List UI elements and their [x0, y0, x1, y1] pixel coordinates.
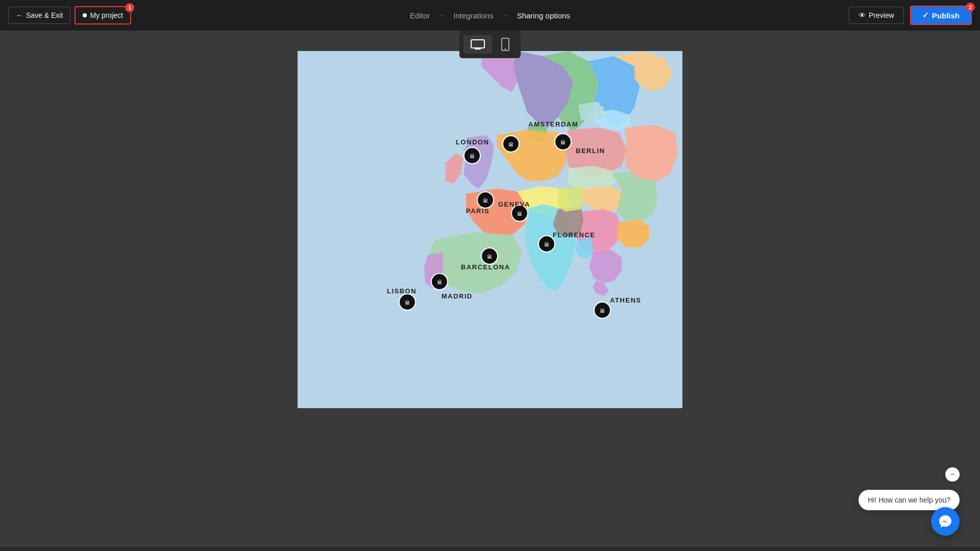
publish-badge: 2	[966, 3, 975, 12]
lisbon-label: LISBON	[387, 287, 416, 295]
save-exit-label: Save & Exit	[26, 11, 63, 19]
topbar: ← Save & Exit My project 1 Editor → Inte…	[0, 0, 980, 31]
nav-step-editor[interactable]: Editor	[404, 0, 436, 31]
arrow-left-icon: ←	[16, 11, 23, 19]
florence-label: FLORENCE	[553, 231, 596, 239]
svg-text:🏛: 🏛	[483, 198, 488, 204]
mobile-icon	[501, 38, 509, 51]
desktop-icon	[471, 39, 485, 49]
barcelona-label: BARCELONA	[461, 263, 510, 271]
topbar-center: Editor → Integrations → Sharing options	[404, 0, 576, 31]
my-project-label: My project	[90, 11, 123, 19]
madrid-label: MADRID	[442, 292, 473, 300]
svg-text:🏛: 🏛	[405, 300, 410, 306]
topbar-right: 👁 Preview ✓ Publish 2	[849, 6, 972, 25]
view-toggle	[459, 31, 521, 58]
bottom-scrollbar[interactable]	[0, 547, 980, 551]
minus-icon: −	[950, 470, 954, 479]
topbar-left: ← Save & Exit My project 1	[8, 6, 131, 24]
arrow-icon-2: →	[500, 11, 511, 19]
map-svg: 🏛 AMSTERDAM 🏛 BERLIN 🏛 LONDON 🏛 PARIS 🏛 …	[298, 51, 682, 408]
nav-step-sharing[interactable]: Sharing options	[511, 0, 576, 31]
publish-label: Publish	[932, 11, 960, 20]
chat-open-button[interactable]	[931, 507, 960, 536]
svg-text:🏛: 🏛	[487, 254, 492, 260]
berlin-label: BERLIN	[576, 147, 605, 155]
svg-text:🏛: 🏛	[600, 308, 605, 314]
svg-point-4	[505, 48, 506, 50]
map-container: 🏛 AMSTERDAM 🏛 BERLIN 🏛 LONDON 🏛 PARIS 🏛 …	[298, 51, 682, 408]
my-project-button[interactable]: My project 1	[75, 6, 131, 24]
preview-label: Preview	[869, 11, 894, 19]
mobile-view-button[interactable]	[494, 34, 517, 55]
svg-rect-0	[471, 40, 484, 48]
svg-text:🏛: 🏛	[470, 154, 475, 159]
athens-label: ATHENS	[610, 296, 641, 304]
nav-step-integrations[interactable]: Integrations	[447, 0, 499, 31]
london-label: LONDON	[456, 138, 489, 146]
svg-text:🏛: 🏛	[437, 280, 442, 285]
publish-button[interactable]: ✓ Publish 2	[910, 6, 972, 25]
svg-text:🏛: 🏛	[517, 211, 522, 217]
paris-label: PARIS	[466, 207, 489, 215]
svg-text:🏛: 🏛	[544, 242, 549, 247]
svg-text:🏛: 🏛	[508, 142, 513, 147]
amsterdam-label: AMSTERDAM	[528, 120, 578, 128]
eye-icon: 👁	[859, 11, 866, 19]
dot-icon	[83, 13, 87, 17]
svg-text:🏛: 🏛	[560, 140, 566, 145]
arrow-icon-1: →	[436, 11, 447, 19]
geneva-label: GENEVA	[498, 201, 530, 208]
nav-steps: Editor → Integrations → Sharing options	[404, 0, 576, 31]
save-exit-button[interactable]: ← Save & Exit	[8, 7, 70, 24]
preview-button[interactable]: 👁 Preview	[849, 7, 904, 24]
desktop-view-button[interactable]	[463, 35, 492, 54]
check-icon: ✓	[922, 11, 929, 20]
my-project-badge: 1	[125, 3, 134, 12]
chat-minimize-button[interactable]: −	[945, 467, 960, 482]
chat-message: Hi! How can we help you?	[868, 496, 950, 504]
messenger-icon	[938, 514, 952, 529]
